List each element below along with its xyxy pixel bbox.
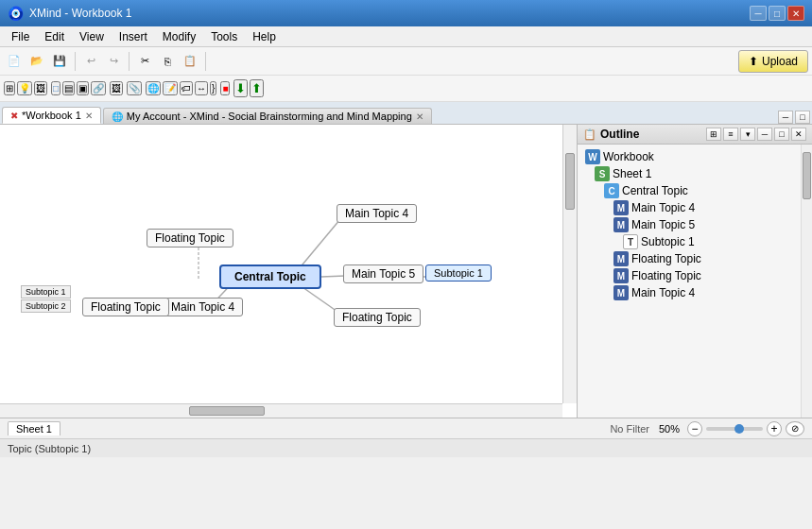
tab-account-label: My Account - XMind - Social Brainstormin… [127, 111, 412, 122]
outline-max-btn[interactable]: □ [774, 128, 789, 141]
note-btn[interactable]: 📝 [163, 81, 178, 95]
save-button[interactable]: 💾 [49, 51, 70, 72]
cut-button[interactable]: ✂ [134, 51, 155, 72]
tab-max-btn[interactable]: □ [795, 111, 810, 124]
outline-title: Outline [600, 128, 639, 141]
outline-floating2[interactable]: M Floating Topic [578, 267, 812, 284]
open-button[interactable]: 📂 [26, 51, 47, 72]
menu-edit[interactable]: Edit [37, 28, 72, 45]
central-topic-box: Central Topic [219, 264, 321, 289]
node-floating3[interactable]: Floating Topic [82, 298, 169, 316]
outline-main5[interactable]: M Main Topic 5 [578, 216, 812, 233]
right-panel: 📋 Outline ⊞ ≡ ▾ ─ □ ✕ W Workbook S [578, 125, 812, 418]
outline-central[interactable]: C Central Topic [578, 182, 812, 199]
topic-btn-2[interactable]: ▤ [62, 81, 75, 95]
label-btn[interactable]: 🏷 [180, 81, 193, 95]
workbook-outline-icon: W [585, 149, 600, 164]
node-floating1[interactable]: Floating Topic [147, 229, 233, 247]
web-btn[interactable]: 🌐 [146, 81, 161, 95]
summary-btn[interactable]: } [210, 81, 216, 95]
upload-button[interactable]: ⬆ Upload [738, 50, 808, 73]
node-st1-small[interactable]: Subtopic 1 Subtopic 2 [21, 285, 71, 313]
bottom-status-text: Topic (Subtopic 1) [8, 443, 91, 454]
floating-topic3-box: Floating Topic [82, 298, 169, 316]
outline-dropdown[interactable]: ▾ [740, 128, 755, 141]
window-controls: ─ □ ✕ [750, 6, 804, 21]
down-btn[interactable]: ⬇ [233, 79, 248, 97]
tab-min-btn[interactable]: ─ [778, 111, 793, 124]
tab-workbook-close[interactable]: ✕ [85, 111, 93, 121]
node-main5[interactable]: Main Topic 5 [343, 264, 423, 283]
topic-outline-icon-2: M [613, 217, 629, 232]
view-btn-2[interactable]: 💡 [17, 81, 32, 95]
main-layout: Central Topic Main Topic 4 Main Topic 5 … [0, 125, 812, 418]
outline-workbook-label: Workbook [603, 150, 654, 163]
outline-floating1[interactable]: M Floating Topic [578, 250, 812, 267]
outline-view-btn2[interactable]: ≡ [723, 128, 738, 141]
node-central[interactable]: Central Topic [219, 264, 321, 289]
zoom-slider-thumb[interactable] [734, 424, 744, 434]
topic-btn-3[interactable]: ▣ [77, 81, 89, 95]
canvas-hscroll[interactable] [0, 403, 562, 418]
tab-workbook1[interactable]: ✖ *Workbook 1 ✕ [2, 107, 101, 124]
zoom-slider[interactable] [706, 427, 763, 431]
node-floating2[interactable]: Floating Topic [334, 308, 421, 327]
view-btn-3[interactable]: 🖼 [34, 81, 47, 95]
outline-vscroll[interactable] [801, 145, 812, 418]
zoom-out-button[interactable]: − [687, 421, 702, 436]
topic-btn-4[interactable]: 🔗 [91, 81, 106, 95]
main-topic-4b-box: Main Topic 4 [163, 298, 243, 316]
up-btn[interactable]: ⬆ [250, 79, 264, 97]
img-btn[interactable]: 🖼 [110, 81, 123, 95]
node-subtopic1[interactable]: Subtopic 1 [425, 264, 492, 282]
tab-account[interactable]: 🌐 My Account - XMind - Social Brainstorm… [103, 108, 432, 124]
menu-insert[interactable]: Insert [112, 28, 155, 45]
zoom-reset-button[interactable]: ⊘ [786, 421, 804, 436]
text-outline-icon: T [623, 234, 638, 249]
tab-workbook-label: *Workbook 1 [22, 110, 81, 121]
menu-view[interactable]: View [72, 28, 112, 45]
canvas-hscroll-thumb[interactable] [189, 406, 265, 416]
node-main4b[interactable]: Main Topic 4 [163, 298, 243, 316]
menu-modify[interactable]: Modify [155, 28, 203, 45]
outline-main4-2[interactable]: M Main Topic 4 [578, 284, 812, 301]
bottom-status: Topic (Subtopic 1) [0, 438, 812, 457]
undo-button[interactable]: ↩ [80, 51, 101, 72]
menu-file[interactable]: File [4, 28, 37, 45]
menu-help[interactable]: Help [245, 28, 284, 45]
toolbar-2: ⊞ 💡 🖼 □ ▤ ▣ 🔗 🖼 📎 🌐 📝 🏷 ↔ } ■ ⬇ ⬆ [0, 76, 812, 102]
outline-subtopic1[interactable]: T Subtopic 1 [578, 233, 812, 250]
canvas-vscroll[interactable] [562, 125, 577, 403]
outline-sheet1[interactable]: S Sheet 1 [578, 165, 812, 182]
paste-button[interactable]: 📋 [180, 51, 200, 72]
maximize-button[interactable]: □ [769, 6, 786, 21]
new-button[interactable]: 📄 [4, 51, 25, 72]
outline-workbook[interactable]: W Workbook [578, 148, 812, 165]
outline-main4-1-label: Main Topic 4 [631, 201, 695, 214]
view-btn-1[interactable]: ⊞ [4, 81, 15, 95]
attach-btn[interactable]: 📎 [127, 81, 142, 95]
upload-label: Upload [762, 55, 798, 68]
close-button[interactable]: ✕ [787, 6, 804, 21]
copy-button[interactable]: ⎘ [157, 51, 178, 72]
canvas-vscroll-thumb[interactable] [565, 153, 575, 210]
outline-view-btn1[interactable]: ⊞ [706, 128, 721, 141]
sheet-tab[interactable]: Sheet 1 [8, 421, 60, 435]
node-main4a[interactable]: Main Topic 4 [337, 204, 417, 223]
outline-central-label: Central Topic [622, 184, 688, 197]
menu-tools[interactable]: Tools [203, 28, 245, 45]
outline-main4-1[interactable]: M Main Topic 4 [578, 199, 812, 216]
outline-min-btn[interactable]: ─ [757, 128, 772, 141]
outline-sheet1-label: Sheet 1 [613, 167, 651, 180]
outline-header: 📋 Outline ⊞ ≡ ▾ ─ □ ✕ [578, 125, 812, 145]
redo-button[interactable]: ↪ [103, 51, 124, 72]
outline-vscroll-thumb[interactable] [803, 152, 811, 199]
tab-account-close[interactable]: ✕ [416, 111, 423, 122]
zoom-in-button[interactable]: + [767, 421, 782, 436]
outline-close-btn[interactable]: ✕ [791, 128, 806, 141]
canvas-area[interactable]: Central Topic Main Topic 4 Main Topic 5 … [0, 125, 578, 418]
rel-btn[interactable]: ↔ [195, 81, 208, 95]
red-btn[interactable]: ■ [220, 81, 230, 95]
minimize-button[interactable]: ─ [750, 6, 767, 21]
topic-btn-1[interactable]: □ [51, 81, 60, 95]
